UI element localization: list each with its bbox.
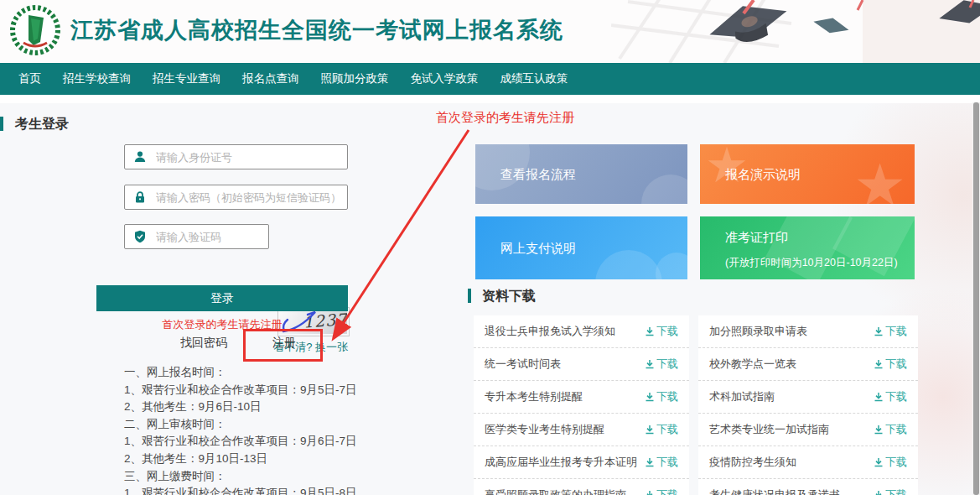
download-row: 医学类专业考生特别提醒 下载 (474, 414, 689, 446)
schedule-line: 2、其他考生：9月6日-10日 (124, 399, 357, 416)
main-nav: 首页 招生学校查询 招生专业查询 报名点查询 照顾加分政策 免试入学政策 成绩互… (0, 63, 980, 95)
download-icon (874, 490, 884, 495)
schedule-text: 一、网上报名时间： 1、艰苦行业和校企合作改革项目：9月5日-7日 2、其他考生… (124, 364, 357, 495)
download-title: 术科加试指南 (709, 389, 775, 404)
nav-item-score-recognition-policy[interactable]: 成绩互认政策 (500, 71, 568, 86)
nav-item-registration-point-query[interactable]: 报名点查询 (242, 71, 299, 86)
download-row: 艺术类专业统一加试指南 下载 (698, 414, 918, 446)
schedule-line: 一、网上报名时间： (124, 364, 357, 382)
download-icon (874, 359, 884, 369)
download-title: 退役士兵申报免试入学须知 (485, 324, 615, 339)
first-login-note: 首次登录的考生请先注册 (96, 317, 348, 332)
download-link[interactable]: 下载 (645, 324, 678, 339)
download-title: 艺术类专业统一加试指南 (709, 422, 829, 437)
nav-item-home[interactable]: 首页 (18, 71, 41, 86)
login-section-title: 考生登录 (15, 116, 69, 133)
panel-sublabel: (开放打印时间为10月20日-10月22日) (725, 256, 898, 270)
download-icon (645, 326, 655, 336)
divider (0, 95, 980, 103)
download-row: 退役士兵申报免试入学须知 下载 (474, 315, 689, 348)
download-link[interactable]: 下载 (874, 389, 907, 404)
download-icon (874, 392, 884, 402)
panel-decoration (595, 250, 662, 279)
login-accent-bar (0, 117, 3, 131)
panel-label: 查看报名流程 (500, 167, 576, 183)
site-logo (8, 3, 62, 57)
download-title: 加分照顾录取申请表 (709, 324, 807, 339)
user-icon (133, 150, 147, 164)
nav-item-school-query[interactable]: 招生学校查询 (63, 71, 131, 86)
download-link[interactable]: 下载 (645, 455, 678, 470)
download-row: 术科加试指南 下载 (698, 381, 918, 414)
download-row: 享受照顾录取政策的办理指南 下载 (474, 479, 689, 495)
download-link[interactable]: 下载 (645, 422, 678, 437)
download-link[interactable]: 下载 (645, 487, 678, 495)
downloads-left-column: 退役士兵申报免试入学须知 下载 统一考试时间表 下载 专升本考生特别提醒 下载 … (474, 315, 689, 495)
download-link[interactable]: 下载 (645, 357, 678, 372)
panel-decoration (641, 175, 687, 204)
panel-registration-demo[interactable]: ★ ★ 报名演示说明 (700, 144, 915, 204)
download-row: 成高应届毕业生报考专升本证明 下载 (474, 446, 689, 479)
download-row: 考生健康状况申报及承诺书 下载 (698, 479, 918, 495)
nav-item-bonus-policy[interactable]: 照顾加分政策 (321, 71, 389, 86)
panel-label: 准考证打印 (725, 230, 788, 246)
panel-decoration (656, 253, 687, 279)
download-link[interactable]: 下载 (645, 389, 678, 404)
download-row: 加分照顾录取申请表 下载 (698, 315, 918, 348)
download-link[interactable]: 下载 (874, 357, 907, 372)
site-title: 江苏省成人高校招生全国统一考试网上报名系统 (70, 15, 563, 45)
download-link[interactable]: 下载 (874, 455, 907, 470)
panel-online-payment-info[interactable]: 网上支付说明 (475, 216, 687, 279)
download-title: 校外教学点一览表 (709, 357, 796, 372)
id-number-field[interactable] (124, 144, 348, 169)
download-title: 成高应届毕业生报考专升本证明 (485, 455, 637, 470)
star-decoration: ★ (853, 156, 906, 204)
schedule-line: 1、艰苦行业和校企合作改革项目：9月5日-7日 (124, 382, 357, 399)
captcha-field[interactable] (124, 224, 269, 249)
download-icon (874, 425, 884, 435)
download-title: 疫情防控考生须知 (709, 455, 796, 470)
download-row: 校外教学点一览表 下载 (698, 348, 918, 381)
nav-item-exemption-policy[interactable]: 免试入学政策 (411, 71, 479, 86)
schedule-line: 1、艰苦行业和校企合作改革项目：9月5日-8日 (124, 485, 357, 495)
download-title: 考生健康状况申报及承诺书 (709, 487, 840, 495)
forgot-password-link[interactable]: 找回密码 (180, 336, 227, 351)
panel-view-registration-process[interactable]: 查看报名流程 (475, 144, 687, 204)
download-icon (645, 457, 655, 467)
scrollbar[interactable] (972, 102, 980, 495)
download-icon (645, 490, 655, 495)
captcha-input[interactable] (154, 230, 268, 244)
download-icon (874, 326, 884, 336)
download-title: 专升本考生特别提醒 (485, 389, 583, 404)
download-icon (645, 392, 655, 402)
nav-item-major-query[interactable]: 招生专业查询 (153, 71, 220, 86)
shield-check-icon (133, 230, 147, 243)
download-link[interactable]: 下载 (874, 487, 907, 495)
schedule-line: 二、网上审核时间： (124, 416, 357, 434)
scrollbar-thumb[interactable] (973, 102, 979, 495)
password-field[interactable] (124, 185, 348, 210)
download-row: 统一考试时间表 下载 (474, 348, 689, 381)
download-title: 统一考试时间表 (485, 357, 561, 372)
download-link[interactable]: 下载 (874, 324, 907, 339)
header-background-image (611, 0, 980, 63)
download-row: 疫情防控考生须知 下载 (698, 446, 918, 479)
schedule-line: 三、网上缴费时间： (124, 468, 357, 486)
main-content: 考生登录 1237 (0, 95, 980, 495)
login-button[interactable]: 登录 (96, 285, 348, 311)
schedule-line: 1、艰苦行业和校企合作改革项目：9月6日-7日 (124, 433, 357, 451)
password-input[interactable] (154, 190, 347, 205)
panel-label: 报名演示说明 (725, 167, 801, 183)
schedule-line: 2、其他考生：9月10日-13日 (124, 451, 357, 468)
panel-label: 网上支付说明 (500, 241, 576, 257)
downloads-accent-bar (468, 289, 471, 303)
id-number-input[interactable] (154, 150, 347, 164)
download-link[interactable]: 下载 (874, 422, 907, 437)
header: 江苏省成人高校招生全国统一考试网上报名系统 (0, 0, 980, 63)
annotation-register-first: 首次登录的考生请先注册 (436, 110, 574, 126)
lock-icon (133, 190, 147, 204)
panel-admission-ticket-print[interactable]: 准考证打印 (开放打印时间为10月20日-10月22日) (700, 216, 915, 279)
downloads-section-title: 资料下载 (482, 288, 536, 305)
page: 江苏省成人高校招生全国统一考试网上报名系统 首页 招生学校查询 招生专业查询 报… (0, 0, 980, 495)
register-link[interactable]: 注册 (272, 336, 296, 351)
